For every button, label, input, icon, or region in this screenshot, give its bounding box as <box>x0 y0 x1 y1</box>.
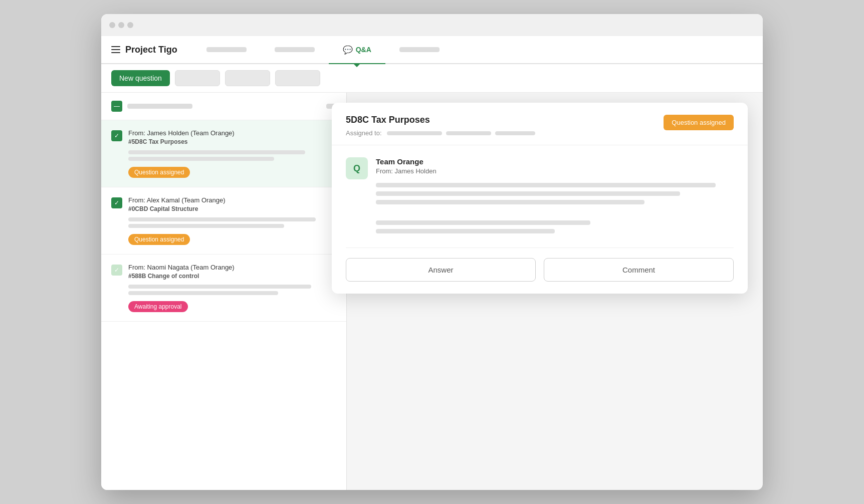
q2-badge-row: Question assigned <box>128 234 336 245</box>
list-header: — <box>101 93 346 120</box>
thread-from: From: James Holden <box>376 167 734 175</box>
assigned-ph-2 <box>446 131 491 135</box>
thread-team: Team Orange <box>376 157 734 166</box>
assigned-ph-1 <box>387 131 442 135</box>
q2-checkbox[interactable]: ✓ <box>111 197 122 208</box>
toolbar: New question <box>101 64 763 93</box>
q1-tag: #5D8C Tax Purposes <box>128 138 336 145</box>
content-line-2 <box>376 191 680 196</box>
q3-header: ✓ From: Naomi Nagata (Team Orange) #588B… <box>111 264 336 280</box>
comment-button[interactable]: Comment <box>544 258 734 282</box>
q1-badge-row: Question assigned <box>128 167 336 178</box>
detail-header: 5D8C Tax Purposes Assigned to: Question … <box>332 103 748 145</box>
toolbar-filter-1[interactable] <box>175 70 220 86</box>
q2-line-2 <box>128 224 284 228</box>
detail-title: 5D8C Tax Purposes <box>346 115 664 125</box>
tab-qa-label: Q&A <box>356 46 371 54</box>
q2-badge: Question assigned <box>128 234 190 245</box>
assigned-label: Assigned to: <box>346 129 382 137</box>
assigned-placeholders <box>387 131 535 135</box>
list-header-text-placeholder <box>127 104 192 109</box>
detail-body: Q Team Orange From: James Holden <box>332 145 748 294</box>
q1-badge: Question assigned <box>128 167 190 178</box>
q3-lines <box>128 285 336 295</box>
q1-info: From: James Holden (Team Orange) #5D8C T… <box>128 129 336 145</box>
thread-content-lines <box>376 183 734 233</box>
main-content: — ✓ From: James Holden (Team Orange) #5D… <box>101 93 763 490</box>
content-gap <box>376 208 734 216</box>
q3-from: From: Naomi Nagata (Team Orange) <box>128 264 336 271</box>
q1-line-1 <box>128 150 305 154</box>
tab-2[interactable] <box>261 36 329 63</box>
question-item-2[interactable]: ✓ From: Alex Kamal (Team Orange) #0CBD C… <box>101 187 346 255</box>
tab-1-placeholder <box>206 47 247 52</box>
q2-from: From: Alex Kamal (Team Orange) <box>128 196 336 204</box>
tab-2-placeholder <box>275 47 315 52</box>
tab-active-indicator <box>354 64 360 67</box>
answer-button[interactable]: Answer <box>346 258 536 282</box>
q2-header: ✓ From: Alex Kamal (Team Orange) #0CBD C… <box>111 196 336 212</box>
new-question-button[interactable]: New question <box>111 70 170 86</box>
titlebar <box>101 14 763 36</box>
q3-line-1 <box>128 285 311 289</box>
q2-tag: #0CBD Capital Structure <box>128 205 336 212</box>
question-list: — ✓ From: James Holden (Team Orange) #5D… <box>101 93 347 490</box>
q3-line-2 <box>128 291 278 295</box>
tl-close[interactable] <box>109 22 115 28</box>
content-line-4 <box>376 220 590 225</box>
q2-info: From: Alex Kamal (Team Orange) #0CBD Cap… <box>128 196 336 212</box>
nav-brand: Project Tigo <box>111 45 177 55</box>
q3-info: From: Naomi Nagata (Team Orange) #588B C… <box>128 264 336 280</box>
q1-checkbox[interactable]: ✓ <box>111 130 122 141</box>
question-item-3[interactable]: ✓ From: Naomi Nagata (Team Orange) #588B… <box>101 255 346 322</box>
q1-header: ✓ From: James Holden (Team Orange) #5D8C… <box>111 129 336 145</box>
content-line-1 <box>376 183 716 187</box>
list-select-all[interactable]: — <box>111 101 122 112</box>
thread-info: Team Orange From: James Holden <box>376 157 734 233</box>
detail-assigned: Assigned to: <box>346 129 664 137</box>
q2-lines <box>128 217 336 228</box>
assigned-ph-3 <box>495 131 535 135</box>
detail-panel: 5D8C Tax Purposes Assigned to: Question … <box>332 103 748 294</box>
tab-1[interactable] <box>192 36 261 63</box>
content-line-3 <box>376 200 644 204</box>
q3-badge: Awaiting approval <box>128 301 188 312</box>
tl-minimize[interactable] <box>118 22 124 28</box>
navbar: Project Tigo 💬 Q&A <box>101 36 763 64</box>
list-header-left: — <box>111 101 192 112</box>
q1-line-2 <box>128 157 274 161</box>
detail-header-left: 5D8C Tax Purposes Assigned to: <box>346 115 664 137</box>
qa-icon: 💬 <box>343 45 353 55</box>
toolbar-filter-3[interactable] <box>275 70 320 86</box>
question-item-1[interactable]: ✓ From: James Holden (Team Orange) #5D8C… <box>101 120 346 187</box>
q1-from: From: James Holden (Team Orange) <box>128 129 336 137</box>
toolbar-filter-2[interactable] <box>225 70 270 86</box>
q3-checkbox[interactable]: ✓ <box>111 265 122 276</box>
tl-maximize[interactable] <box>127 22 133 28</box>
hamburger-icon[interactable] <box>111 46 120 53</box>
q1-lines <box>128 150 336 161</box>
question-thread: Q Team Orange From: James Holden <box>346 157 734 233</box>
tab-4[interactable] <box>385 36 454 63</box>
q3-tag: #588B Change of control <box>128 273 336 280</box>
detail-question-assigned-button[interactable]: Question assigned <box>664 115 734 130</box>
thread-avatar: Q <box>346 157 368 179</box>
tab-qa[interactable]: 💬 Q&A <box>329 36 385 63</box>
app-window: Project Tigo 💬 Q&A New question <box>101 14 763 490</box>
nav-tabs: 💬 Q&A <box>192 36 753 63</box>
nav-title: Project Tigo <box>125 45 177 55</box>
content-line-5 <box>376 229 555 233</box>
traffic-lights <box>109 22 133 28</box>
tab-4-placeholder <box>399 47 440 52</box>
detail-actions: Answer Comment <box>346 247 734 282</box>
q2-line-1 <box>128 217 316 221</box>
q3-badge-row: Awaiting approval <box>128 301 336 312</box>
